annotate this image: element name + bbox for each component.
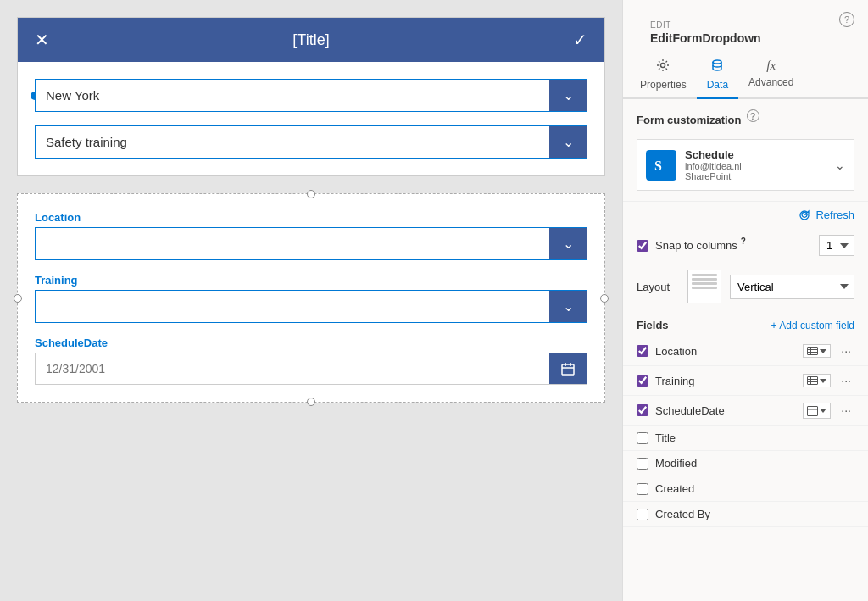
field-row-training: Training···	[623, 366, 868, 396]
field-row-scheduledate: ScheduleDate···	[623, 396, 868, 426]
form-title: [Title]	[292, 31, 329, 49]
calendar-field-icon	[807, 405, 818, 416]
training-input[interactable]	[36, 291, 549, 322]
location-dropdown-btn[interactable]: ⌄	[549, 228, 587, 259]
tabs-bar: Properties Data fx Advanced	[623, 52, 868, 99]
data-source-sub1: info@itidea.nl	[685, 161, 826, 171]
location-input[interactable]	[36, 228, 549, 259]
tab-properties[interactable]: Properties	[630, 52, 697, 99]
field2-dropdown-btn[interactable]: ⌄	[549, 126, 587, 158]
training-dropdown-btn[interactable]: ⌄	[549, 291, 587, 322]
fields-list: Location···Training···ScheduleDate···Tit…	[623, 337, 868, 527]
check-icon[interactable]: ✓	[573, 30, 587, 50]
snap-select[interactable]: 1 2 3	[819, 235, 854, 256]
help-icon[interactable]: ?	[839, 12, 854, 27]
data-source-name: Schedule	[685, 148, 826, 161]
data-source-chevron: ⌄	[835, 159, 845, 172]
calendar-icon	[561, 362, 575, 376]
edit-label: EDIT	[637, 12, 854, 31]
svg-rect-7	[808, 348, 818, 355]
field-more-btn-scheduledate[interactable]: ···	[837, 402, 854, 419]
data-source-icon: S	[646, 150, 676, 181]
field-checkbox-title[interactable]	[637, 432, 648, 444]
handle-top[interactable]	[307, 190, 315, 198]
field-type-btn-training[interactable]	[803, 374, 831, 387]
form-card-2: Location ⌄ Training ⌄ ScheduleDate	[17, 193, 605, 403]
fields-header: Fields + Add custom field	[623, 310, 868, 337]
form-customization-help[interactable]: ?	[747, 109, 760, 122]
add-custom-field-btn[interactable]: + Add custom field	[771, 320, 854, 331]
data-source-card[interactable]: S Schedule info@itidea.nl SharePoint ⌄	[637, 139, 854, 191]
svg-text:S: S	[654, 159, 662, 173]
layout-line	[692, 278, 717, 281]
chevron-down-icon	[820, 349, 826, 353]
field-row-createdby: Created By	[623, 502, 868, 527]
scheduledate-input[interactable]	[36, 353, 549, 384]
field2-dropdown: ⌄	[35, 125, 587, 159]
svg-rect-0	[562, 364, 574, 375]
field1-dropdown: ⌄	[35, 79, 587, 112]
tab-data[interactable]: Data	[697, 52, 738, 99]
svg-point-4	[661, 64, 665, 68]
location-label: Location	[35, 211, 587, 224]
field1-wrapper: ⌄	[35, 79, 587, 112]
training-group: Training ⌄	[35, 274, 587, 323]
handle-left[interactable]	[14, 294, 22, 303]
field-checkbox-created[interactable]	[637, 483, 648, 495]
snap-checkbox[interactable]	[637, 240, 648, 252]
tab-advanced[interactable]: fx Advanced	[738, 52, 804, 99]
field-type-btn-scheduledate[interactable]	[803, 403, 831, 419]
chevron-down-icon	[820, 409, 826, 413]
field-checkbox-createdby[interactable]	[637, 509, 648, 520]
field-type-btn-location[interactable]	[803, 344, 831, 358]
layout-label: Layout	[637, 281, 679, 293]
scheduledate-field	[35, 353, 587, 385]
field-more-btn-location[interactable]: ···	[837, 342, 854, 359]
layout-select[interactable]: Vertical Horizontal	[730, 275, 854, 299]
form-customization-section: Form customization ? S Schedule info@iti…	[623, 99, 868, 202]
layout-row: Layout Vertical Horizontal	[623, 263, 868, 310]
layout-line	[692, 274, 717, 276]
tab-advanced-label: Advanced	[748, 76, 793, 88]
form-body-1: ⌄ ⌄	[18, 62, 604, 175]
handle-right[interactable]	[600, 294, 609, 303]
fields-title: Fields	[637, 319, 669, 331]
close-icon[interactable]: ✕	[35, 30, 49, 50]
right-panel-header: EDIT EditFormDropdown ?	[623, 0, 868, 52]
field-row-title: Title	[623, 426, 868, 451]
field-name-createdby: Created By	[655, 508, 854, 520]
right-panel: EDIT EditFormDropdown ? Properties	[622, 0, 868, 601]
field-name-modified: Modified	[655, 457, 854, 470]
field-more-btn-training[interactable]: ···	[837, 372, 854, 389]
handle-bottom[interactable]	[307, 398, 315, 406]
sharepoint-icon: S	[651, 155, 671, 175]
tab-properties-label: Properties	[640, 79, 687, 91]
data-source-sub2: SharePoint	[685, 171, 826, 181]
properties-icon	[656, 58, 670, 75]
field-checkbox-location[interactable]	[637, 345, 648, 357]
field-row-modified: Modified	[623, 451, 868, 476]
advanced-icon: fx	[766, 58, 776, 73]
left-panel: ✕ [Title] ✓ ⌄ ⌄	[0, 0, 622, 601]
calendar-btn[interactable]	[549, 353, 587, 384]
field-checkbox-scheduledate[interactable]	[637, 404, 648, 416]
field-checkbox-training[interactable]	[637, 375, 648, 387]
snap-help[interactable]: ?	[741, 236, 752, 247]
layout-preview	[687, 270, 721, 303]
field2-wrapper: ⌄	[35, 125, 587, 159]
field-name-location: Location	[655, 345, 796, 358]
refresh-row[interactable]: Refresh	[623, 202, 868, 228]
layout-line	[692, 282, 717, 285]
data-icon	[710, 58, 724, 75]
form-header: ✕ [Title] ✓	[18, 18, 604, 62]
field-checkbox-modified[interactable]	[637, 458, 648, 470]
field-name-training: Training	[655, 375, 796, 387]
snap-label: Snap to columns ?	[655, 236, 812, 255]
snap-to-columns-row: Snap to columns ? 1 2 3	[623, 228, 868, 263]
field-row-location: Location···	[623, 337, 868, 366]
field1-dropdown-btn[interactable]: ⌄	[549, 80, 587, 111]
field1-input[interactable]	[36, 80, 549, 111]
table-icon	[807, 376, 818, 385]
field2-input[interactable]	[36, 126, 549, 158]
table-icon	[807, 347, 818, 355]
